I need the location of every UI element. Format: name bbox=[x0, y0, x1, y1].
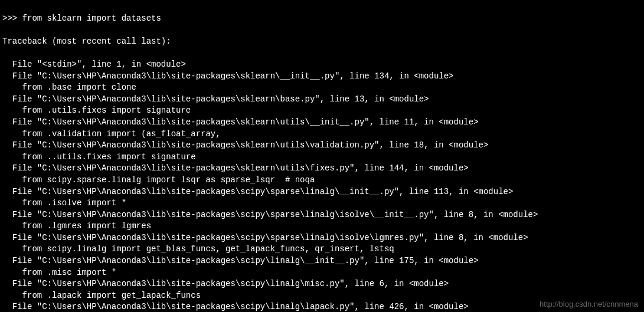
traceback-file-line: File "C:\Users\HP\Anaconda3\lib\site-pac… bbox=[2, 94, 642, 106]
traceback-source-line: from .misc import * bbox=[2, 267, 642, 279]
traceback-source-line: from .base import clone bbox=[2, 82, 642, 94]
traceback-file-line: File "C:\Users\HP\Anaconda3\lib\site-pac… bbox=[2, 255, 642, 267]
traceback-source-line: from .lgmres import lgmres bbox=[2, 221, 642, 232]
traceback-file-line: File "C:\Users\HP\Anaconda3\lib\site-pac… bbox=[2, 140, 642, 152]
traceback-header: Traceback (most recent call last): bbox=[2, 36, 642, 48]
traceback-source-line: from .utils.fixes import signature bbox=[2, 105, 642, 117]
command-text: from sklearn import datasets bbox=[22, 14, 161, 23]
traceback-source-line: from ..utils.fixes import signature bbox=[2, 152, 642, 163]
traceback-source-line: from scipy.sparse.linalg import lsqr as … bbox=[2, 175, 642, 186]
terminal-output[interactable]: >>> from sklearn import datasets Traceba… bbox=[2, 1, 642, 312]
traceback-file-line: File "C:\Users\HP\Anaconda3\lib\site-pac… bbox=[2, 209, 642, 221]
traceback-file-line: File "C:\Users\HP\Anaconda3\lib\site-pac… bbox=[2, 278, 642, 290]
traceback-file-line: File "C:\Users\HP\Anaconda3\lib\site-pac… bbox=[2, 186, 642, 198]
watermark-text: http://blog.csdn.net/cnnmena bbox=[540, 299, 638, 310]
command-line: >>> from sklearn import datasets bbox=[2, 13, 642, 25]
traceback-file-line: File "C:\Users\HP\Anaconda3\lib\site-pac… bbox=[2, 71, 642, 83]
traceback-source-line: from .validation import (as_float_array, bbox=[2, 129, 642, 140]
traceback-source-line: from scipy.linalg import get_blas_funcs,… bbox=[2, 244, 642, 255]
traceback-file-line: File "<stdin>", line 1, in <module> bbox=[2, 59, 642, 71]
traceback-source-line: from .isolve import * bbox=[2, 198, 642, 209]
prompt: >>> bbox=[2, 14, 22, 23]
traceback-file-line: File "C:\Users\HP\Anaconda3\lib\site-pac… bbox=[2, 163, 642, 175]
traceback-file-line: File "C:\Users\HP\Anaconda3\lib\site-pac… bbox=[2, 232, 642, 244]
traceback-frames: File "<stdin>", line 1, in <module> File… bbox=[2, 59, 642, 312]
traceback-file-line: File "C:\Users\HP\Anaconda3\lib\site-pac… bbox=[2, 117, 642, 129]
